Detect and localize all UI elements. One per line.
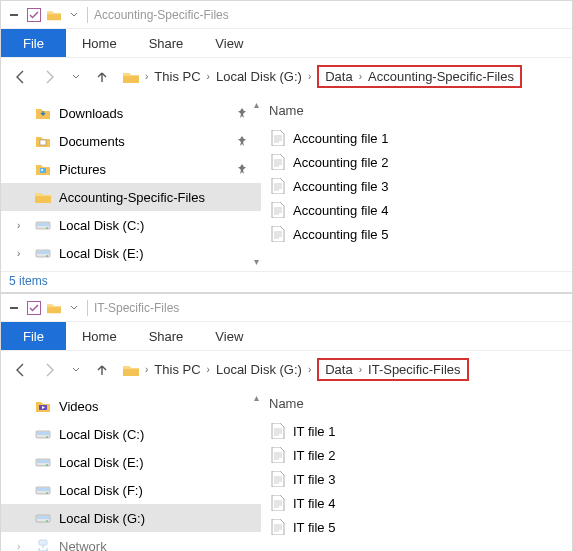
app-menu-icon[interactable] (7, 8, 21, 22)
expand-icon[interactable]: › (17, 220, 27, 231)
file-item[interactable]: Accounting file 1 (267, 126, 566, 150)
up-button[interactable] (93, 361, 111, 379)
file-item[interactable]: Accounting file 5 (267, 222, 566, 246)
tree-item[interactable]: Pictures (1, 155, 261, 183)
expand-icon[interactable]: › (17, 541, 27, 552)
file-list[interactable]: Name Accounting file 1 Accounting file 2… (261, 95, 572, 271)
tree-item[interactable]: Videos (1, 392, 261, 420)
scroll-up-icon[interactable]: ▴ (254, 392, 259, 403)
forward-button[interactable] (41, 361, 59, 379)
svg-rect-26 (39, 540, 47, 545)
file-item[interactable]: IT file 5 (267, 515, 566, 539)
chevron-right-icon: › (207, 364, 210, 375)
file-icon (271, 495, 285, 511)
breadcrumb-seg[interactable]: Local Disk (G:) (216, 362, 302, 377)
tree-item[interactable]: Documents (1, 127, 261, 155)
file-name: Accounting file 3 (293, 179, 388, 194)
tree-item[interactable]: Accounting-Specific-Files (1, 183, 261, 211)
properties-checkbox-icon[interactable] (27, 8, 41, 22)
file-item[interactable]: Accounting file 3 (267, 174, 566, 198)
file-name: Accounting file 5 (293, 227, 388, 242)
breadcrumb-seg[interactable]: Local Disk (G:) (216, 69, 302, 84)
tree-item[interactable]: Local Disk (G:) (1, 504, 261, 532)
chevron-right-icon: › (359, 364, 362, 375)
back-button[interactable] (11, 361, 29, 379)
ribbon-tab[interactable]: Share (133, 29, 200, 57)
ribbon-tab[interactable]: Share (133, 322, 200, 350)
documents-icon (35, 133, 51, 149)
tree-item[interactable]: Local Disk (E:) (1, 448, 261, 476)
titlebar: IT-Specific-Files (1, 294, 572, 322)
column-header-name[interactable]: Name (267, 99, 566, 126)
videos-icon (35, 398, 51, 414)
breadcrumb[interactable]: ›This PC›Local Disk (G:)›Data›Accounting… (123, 65, 522, 88)
breadcrumb-seg[interactable]: Accounting-Specific-Files (368, 69, 514, 84)
ribbon-tab[interactable]: Home (66, 322, 133, 350)
ribbon: File HomeShareView (1, 322, 572, 350)
breadcrumb-seg[interactable]: This PC (154, 69, 200, 84)
file-list[interactable]: Name IT file 1 IT file 2 IT file 3 IT fi… (261, 388, 572, 551)
ribbon-file-tab[interactable]: File (1, 29, 66, 57)
chevron-right-icon: › (308, 71, 311, 82)
file-item[interactable]: IT file 3 (267, 467, 566, 491)
ribbon-file-tab[interactable]: File (1, 322, 66, 350)
scroll-down-icon[interactable]: ▾ (254, 256, 259, 267)
svg-point-7 (46, 227, 48, 229)
ribbon-tab[interactable]: View (199, 322, 259, 350)
folder-icon (123, 364, 139, 376)
network-icon (35, 538, 51, 551)
up-button[interactable] (93, 68, 111, 86)
breadcrumb-seg[interactable]: This PC (154, 362, 200, 377)
pictures-icon (35, 161, 51, 177)
ribbon-tab[interactable]: Home (66, 29, 133, 57)
column-header-name[interactable]: Name (267, 392, 566, 419)
tree-item[interactable]: Local Disk (C:) (1, 420, 261, 448)
history-dropdown-icon[interactable] (71, 68, 81, 86)
disk-icon (35, 482, 51, 498)
history-dropdown-icon[interactable] (71, 361, 81, 379)
titlebar: Accounting-Specific-Files (1, 1, 572, 29)
breadcrumb-seg[interactable]: IT-Specific-Files (368, 362, 460, 377)
file-name: IT file 5 (293, 520, 335, 535)
back-button[interactable] (11, 68, 29, 86)
qat-dropdown-icon[interactable] (67, 301, 81, 315)
file-item[interactable]: IT file 1 (267, 419, 566, 443)
svg-point-22 (46, 492, 48, 494)
tree-item[interactable]: Downloads (1, 99, 261, 127)
breadcrumb-highlight: Data›Accounting-Specific-Files (317, 65, 522, 88)
tree-item[interactable]: › Local Disk (C:) (1, 211, 261, 239)
breadcrumb[interactable]: ›This PC›Local Disk (G:)›Data›IT-Specifi… (123, 358, 469, 381)
ribbon-tab[interactable]: View (199, 29, 259, 57)
pin-icon (237, 108, 247, 118)
window-title: IT-Specific-Files (94, 301, 179, 315)
file-item[interactable]: Accounting file 4 (267, 198, 566, 222)
svg-rect-11 (10, 307, 18, 309)
breadcrumb-seg[interactable]: Data (325, 362, 352, 377)
chevron-right-icon: › (308, 364, 311, 375)
qat-dropdown-icon[interactable] (67, 8, 81, 22)
forward-button[interactable] (41, 68, 59, 86)
file-item[interactable]: Accounting file 2 (267, 150, 566, 174)
ribbon: File HomeShareView (1, 29, 572, 57)
scroll-up-icon[interactable]: ▴ (254, 99, 259, 110)
app-menu-icon[interactable] (7, 301, 21, 315)
folder-icon (123, 71, 139, 83)
tree-item[interactable]: › Network (1, 532, 261, 551)
file-item[interactable]: IT file 2 (267, 443, 566, 467)
tree-item[interactable]: Local Disk (F:) (1, 476, 261, 504)
tree-label: Documents (59, 134, 125, 149)
file-name: IT file 4 (293, 496, 335, 511)
file-item[interactable]: IT file 4 (267, 491, 566, 515)
downloads-icon (35, 105, 51, 121)
nav-tree[interactable]: Videos Local Disk (C:) Local Disk (E:) L… (1, 388, 261, 551)
breadcrumb-seg[interactable]: Data (325, 69, 352, 84)
tree-label: Accounting-Specific-Files (59, 190, 205, 205)
svg-rect-18 (37, 460, 49, 463)
tree-item[interactable]: › Local Disk (E:) (1, 239, 261, 267)
expand-icon[interactable]: › (17, 248, 27, 259)
body: Downloads Documents Pictures Accounting-… (1, 95, 572, 271)
chevron-right-icon: › (145, 364, 148, 375)
folder-icon (35, 191, 51, 203)
nav-tree[interactable]: Downloads Documents Pictures Accounting-… (1, 95, 261, 271)
properties-checkbox-icon[interactable] (27, 301, 41, 315)
